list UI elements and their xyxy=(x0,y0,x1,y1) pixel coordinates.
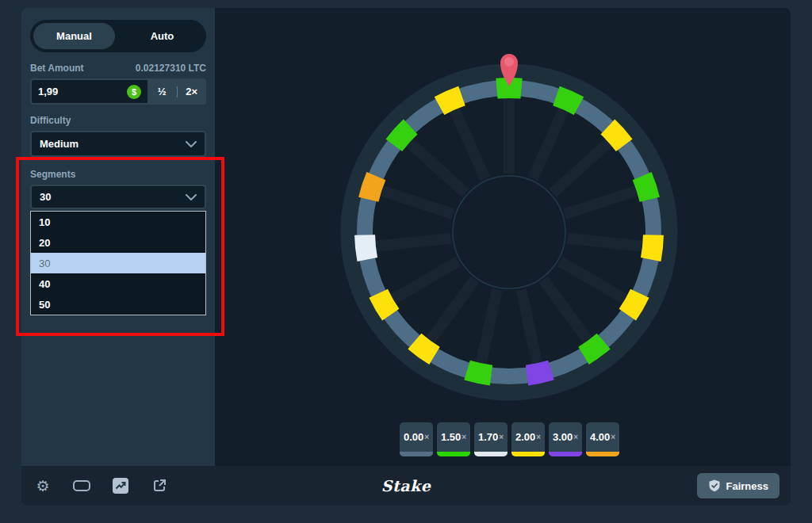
segments-label: Segments xyxy=(30,169,75,180)
bet-modifiers: ½ 2× xyxy=(147,78,206,105)
stats-icon xyxy=(113,478,128,494)
game-footer: ⚙ Stake Fairness xyxy=(21,466,791,506)
wheel-segment-1.50 xyxy=(557,96,579,106)
gear-icon: ⚙ xyxy=(36,479,49,494)
wheel-segment-1.50 xyxy=(584,342,603,356)
wheel-segment-2.00 xyxy=(378,293,391,315)
stats-button[interactable] xyxy=(112,477,129,494)
fairness-label: Fairness xyxy=(726,480,768,492)
segments-dropdown-list: 1020304050 xyxy=(30,211,206,315)
multiplier-legend: 0.00×1.50×1.70×2.00×3.00×4.00× xyxy=(400,422,619,456)
bet-amount-value: 1,99 xyxy=(38,86,127,97)
segments-value: 30 xyxy=(40,191,186,203)
difficulty-value: Medium xyxy=(40,138,186,150)
difficulty-select[interactable]: Medium xyxy=(30,131,206,157)
wheel-segment-1.50 xyxy=(642,176,650,200)
multiplier-chip-3.00: 3.00× xyxy=(549,422,582,456)
wheel-segment-2.00 xyxy=(415,342,435,356)
wheel xyxy=(327,50,691,414)
tab-manual[interactable]: Manual xyxy=(33,23,115,49)
settings-button[interactable]: ⚙ xyxy=(34,477,52,494)
stake-logo: Stake xyxy=(381,477,431,494)
segments-select[interactable]: 30 xyxy=(30,185,206,209)
tab-auto[interactable]: Auto xyxy=(121,23,203,49)
segments-option-40[interactable]: 40 xyxy=(31,273,205,294)
segments-option-50[interactable]: 50 xyxy=(31,294,205,315)
currency-coin-icon: $ xyxy=(127,85,141,99)
wheel-segment-1.50 xyxy=(496,88,521,89)
wheel-segment-3.00 xyxy=(527,370,551,375)
multiplier-chip-1.50: 1.50× xyxy=(437,422,470,456)
segments-option-10[interactable]: 10 xyxy=(31,212,205,232)
wheel-game-area: 0.00×1.50×1.70×2.00×3.00×4.00× xyxy=(215,8,791,466)
hotkeys-icon xyxy=(73,480,90,491)
segments-option-30[interactable]: 30 xyxy=(31,253,205,273)
wheel-segment-1.50 xyxy=(394,127,411,145)
wheel-segment-1.70 xyxy=(365,235,367,259)
wheel-segment-1.50 xyxy=(467,370,491,375)
multiplier-chip-0.00: 0.00× xyxy=(400,422,433,456)
chevron-down-icon xyxy=(186,194,197,200)
multiplier-chip-4.00: 4.00× xyxy=(586,422,619,456)
difficulty-label: Difficulty xyxy=(30,115,71,126)
segments-option-20[interactable]: 20 xyxy=(31,232,205,253)
wheel-segment-2.00 xyxy=(651,235,653,259)
chevron-down-icon xyxy=(186,141,197,147)
half-bet-button[interactable]: ½ xyxy=(147,86,177,97)
double-bet-button[interactable]: 2× xyxy=(178,86,207,97)
wheel-inner-circle xyxy=(453,176,565,288)
wheel-segment-2.00 xyxy=(607,127,624,145)
wheel-segment-2.00 xyxy=(439,96,462,106)
popout-button[interactable] xyxy=(151,477,168,494)
wheel-segment-2.00 xyxy=(627,293,640,315)
balance-value: 0.02127310 LTC xyxy=(136,63,206,74)
popout-icon xyxy=(152,479,167,493)
fairness-button[interactable]: Fairness xyxy=(697,473,779,498)
bet-amount-input[interactable]: 1,99 $ xyxy=(30,78,147,105)
bet-panel: Manual Auto Bet Amount 0.02127310 LTC 1,… xyxy=(21,8,215,466)
multiplier-chip-1.70: 1.70× xyxy=(474,422,508,456)
shield-check-icon xyxy=(708,479,721,492)
hotkeys-button[interactable] xyxy=(73,477,90,494)
wheel-segment-4.00 xyxy=(369,176,377,200)
bet-amount-label: Bet Amount xyxy=(30,63,84,74)
mode-toggle: Manual Auto xyxy=(30,20,206,52)
multiplier-chip-2.00: 2.00× xyxy=(511,422,545,456)
